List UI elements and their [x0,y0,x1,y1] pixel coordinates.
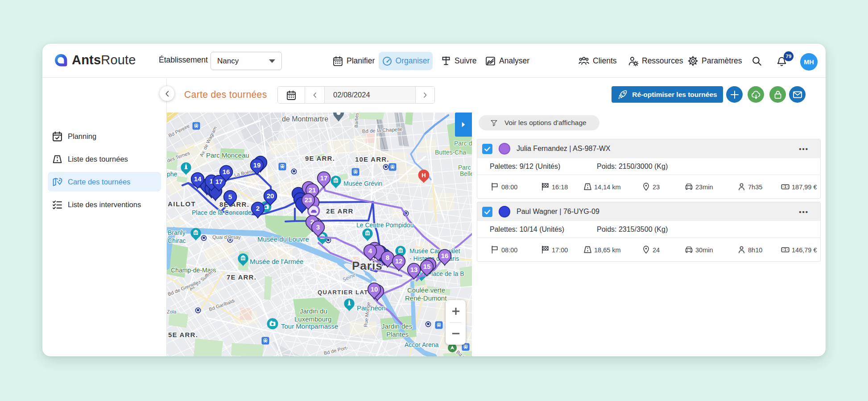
svg-text:14: 14 [194,175,202,183]
svg-text:Musée de l'Armée: Musée de l'Armée [250,258,303,265]
svg-text:Belle: Belle [460,170,472,177]
svg-text:17: 17 [320,174,328,182]
svg-text:Musée Carnavalet: Musée Carnavalet [409,247,460,255]
svg-text:Barbès: Barbès [353,113,360,128]
svg-text:19: 19 [253,161,261,169]
svg-text:5: 5 [228,193,232,200]
svg-text:Branly: Branly [168,229,186,236]
svg-text:21: 21 [309,186,316,194]
svg-text:H: H [422,172,426,179]
svg-text:Quai d'Orsay: Quai d'Orsay [212,234,241,240]
svg-text:9E ARR.: 9E ARR. [305,155,335,162]
svg-text:AILLOT: AILLOT [168,200,196,208]
svg-text:Chirac: Chirac [168,237,186,244]
svg-text:phe: phe [167,171,178,178]
svg-text:16: 16 [441,252,449,259]
svg-text:Accor Arena: Accor Arena [405,341,438,348]
svg-text:Place de la B: Place de la B [427,270,464,277]
svg-text:3: 3 [316,223,320,231]
svg-text:de Montmartre: de Montmartre [282,115,328,123]
svg-text:QUARTIER LAT: QUARTIER LAT [318,289,368,296]
svg-text:1: 1 [784,184,786,189]
svg-text:Musée Grévin: Musée Grévin [343,180,382,187]
svg-text:Tour Montparnasse: Tour Montparnasse [281,322,338,330]
svg-text:2: 2 [256,205,260,212]
svg-text:10: 10 [371,285,378,293]
svg-text:Coulée verte: Coulée verte [407,286,445,294]
svg-text:2E ARR: 2E ARR [326,207,354,215]
svg-text:7E ARR.: 7E ARR. [227,273,256,281]
svg-text:5E ARR.: 5E ARR. [168,331,198,338]
svg-text:20: 20 [267,192,274,200]
svg-text:4: 4 [368,247,372,255]
svg-text:Buttes-Cha: Buttes-Cha [435,149,466,156]
svg-text:Musée du Louvre: Musée du Louvre [257,235,309,243]
svg-text:12: 12 [395,257,403,265]
svg-text:Zola: Zola [167,309,177,314]
svg-text:Le Centre Pompidou: Le Centre Pompidou [356,221,413,229]
svg-text:Jardin du: Jardin du [300,307,327,315]
svg-text:Plantes: Plantes [386,330,409,338]
svg-text:Parc d: Parc d [454,140,472,147]
svg-text:16: 16 [223,168,230,175]
svg-text:8: 8 [386,254,389,261]
svg-text:Luxembourg: Luxembourg [294,315,331,323]
svg-text:15: 15 [423,263,431,270]
svg-text:13: 13 [410,266,418,273]
svg-text:Place de la Concorde: Place de la Concorde [192,209,252,216]
svg-text:23: 23 [305,196,312,204]
svg-text:Panthéon: Panthéon [357,304,385,312]
svg-text:10E ARR.: 10E ARR. [355,155,389,163]
svg-text:1: 1 [784,247,786,252]
svg-text:René-Dumont: René-Dumont [405,294,447,302]
svg-text:Parc Monceau: Parc Monceau [206,151,249,159]
svg-text:Jardin des: Jardin des [381,322,412,330]
svg-text:17: 17 [215,178,223,185]
